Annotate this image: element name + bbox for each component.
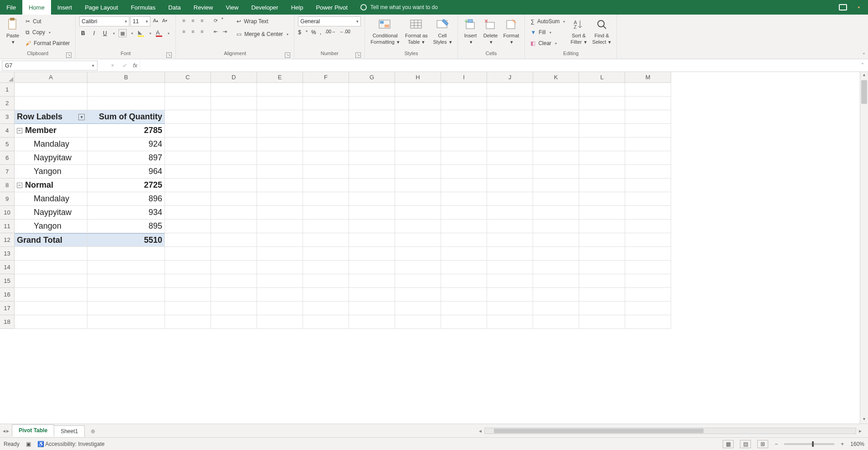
cell[interactable] [533, 151, 579, 165]
copy-button[interactable]: ⧉Copy▾ [24, 27, 72, 37]
cell[interactable] [303, 302, 349, 315]
cell[interactable] [303, 233, 349, 247]
cell[interactable]: Mandalay [15, 192, 87, 206]
cell[interactable] [15, 288, 87, 302]
row-header[interactable]: 12 [0, 233, 15, 247]
cell[interactable] [303, 165, 349, 179]
cell[interactable]: Yangon [15, 165, 87, 179]
col-header[interactable]: A [15, 72, 87, 83]
cell[interactable] [165, 247, 211, 261]
row-header[interactable]: 3 [0, 110, 15, 124]
cell[interactable] [257, 110, 303, 124]
cell[interactable] [165, 124, 211, 138]
cell[interactable] [487, 179, 533, 192]
delete-cells-button[interactable]: × Delete▾ [482, 16, 500, 46]
select-all-corner[interactable] [0, 72, 15, 83]
new-sheet-button[interactable]: ⊕ [84, 426, 102, 437]
cell[interactable] [211, 83, 257, 97]
cell[interactable] [349, 315, 395, 329]
tab-insert[interactable]: Insert [51, 0, 79, 15]
cell[interactable] [487, 274, 533, 288]
cell[interactable] [579, 220, 625, 233]
pivot-group-normal[interactable]: −Normal [15, 179, 87, 192]
tab-developer[interactable]: Developer [245, 0, 284, 15]
cell[interactable] [349, 97, 395, 110]
cell[interactable] [441, 233, 487, 247]
cell[interactable] [395, 97, 441, 110]
comma-format-icon[interactable]: , [320, 29, 321, 36]
cell[interactable] [533, 165, 579, 179]
cell[interactable] [395, 192, 441, 206]
cell[interactable] [395, 247, 441, 261]
cell[interactable] [441, 179, 487, 192]
row-header[interactable]: 4 [0, 124, 15, 138]
decrease-font-icon[interactable]: A▾ [160, 16, 169, 25]
cell[interactable]: Yangon [15, 220, 87, 233]
accessibility-status[interactable]: ♿ Accessibility: Investigate [37, 441, 105, 447]
accounting-format-icon[interactable]: $ [298, 29, 301, 36]
cell[interactable] [349, 274, 395, 288]
cell[interactable] [349, 83, 395, 97]
vertical-scrollbar[interactable]: ▴ ▾ [860, 72, 868, 424]
cell[interactable] [303, 179, 349, 192]
cell[interactable] [395, 233, 441, 247]
cell[interactable] [257, 220, 303, 233]
row-header[interactable]: 8 [0, 179, 15, 192]
cell[interactable] [87, 83, 165, 97]
cell[interactable] [349, 261, 395, 274]
collapse-ribbon-icon[interactable]: ˄ [860, 15, 868, 59]
cell[interactable] [257, 274, 303, 288]
cell[interactable] [349, 165, 395, 179]
cell[interactable] [395, 315, 441, 329]
cell[interactable] [303, 288, 349, 302]
cell[interactable] [165, 138, 211, 151]
cell[interactable] [303, 220, 349, 233]
cell[interactable] [349, 206, 395, 220]
cell[interactable] [257, 206, 303, 220]
number-format-combo[interactable]: General▾ [298, 16, 361, 26]
cell[interactable] [395, 165, 441, 179]
cell[interactable] [211, 288, 257, 302]
cell[interactable] [395, 138, 441, 151]
merge-center-button[interactable]: ▭Merge & Center▾ [235, 29, 290, 39]
align-middle-icon[interactable]: ≡ [189, 16, 197, 25]
align-center-icon[interactable]: ≡ [189, 27, 197, 36]
cell[interactable] [395, 124, 441, 138]
cell[interactable] [441, 206, 487, 220]
cell[interactable] [533, 247, 579, 261]
cell[interactable] [441, 261, 487, 274]
cell[interactable] [211, 179, 257, 192]
cell[interactable] [625, 110, 671, 124]
cell[interactable] [395, 220, 441, 233]
cell[interactable] [87, 315, 165, 329]
cell[interactable] [533, 138, 579, 151]
cell[interactable] [487, 165, 533, 179]
filter-dropdown-icon[interactable]: ▾ [78, 114, 85, 120]
fx-icon[interactable]: fx [130, 62, 140, 69]
cell[interactable] [533, 110, 579, 124]
cell[interactable] [487, 83, 533, 97]
increase-font-icon[interactable]: A▴ [151, 16, 159, 25]
cell[interactable] [87, 274, 165, 288]
decrease-indent-icon[interactable]: ⇤ [211, 27, 220, 36]
cell[interactable] [395, 206, 441, 220]
hscroll-thumb[interactable] [494, 429, 704, 433]
cell[interactable] [15, 315, 87, 329]
cell[interactable] [441, 274, 487, 288]
cell[interactable] [487, 261, 533, 274]
align-top-icon[interactable]: ≡ [180, 16, 188, 25]
clipboard-dialog-icon[interactable]: ↘ [66, 52, 72, 58]
cell[interactable] [87, 97, 165, 110]
pivot-group-member[interactable]: −Member [15, 124, 87, 138]
cell[interactable] [441, 192, 487, 206]
col-header[interactable]: C [165, 72, 211, 83]
cell[interactable] [15, 302, 87, 315]
cell[interactable]: Naypyitaw [15, 151, 87, 165]
cell[interactable] [257, 261, 303, 274]
cell[interactable] [441, 83, 487, 97]
cell[interactable] [533, 206, 579, 220]
cell[interactable] [487, 206, 533, 220]
cell[interactable] [257, 233, 303, 247]
fill-color-button[interactable] [137, 29, 145, 37]
cell[interactable] [395, 261, 441, 274]
